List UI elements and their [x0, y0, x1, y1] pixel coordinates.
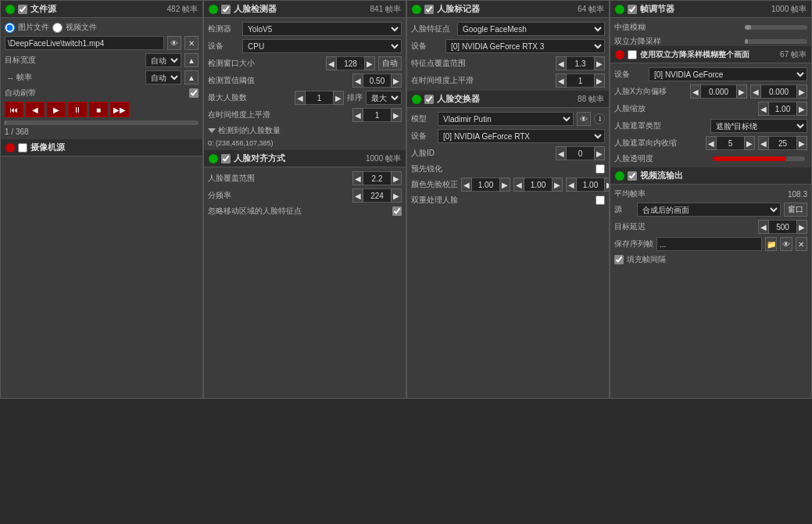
stop-btn[interactable]: ■: [89, 102, 108, 117]
face-marker-power-btn[interactable]: [412, 5, 421, 14]
smooth-up[interactable]: ▶: [391, 108, 402, 122]
face-detector-enable-check[interactable]: [221, 5, 231, 14]
ex-device-select[interactable]: [0] NVIDIA GeForce RTX: [438, 129, 605, 143]
color-v2-input[interactable]: [524, 178, 552, 192]
stream-power-btn[interactable]: [615, 171, 624, 181]
face-scale-input[interactable]: [769, 102, 796, 116]
color-v3-input[interactable]: [577, 178, 604, 192]
subsample-up[interactable]: ▶: [391, 188, 402, 203]
rewind-btn[interactable]: ◀: [26, 102, 45, 117]
marker-smooth-down[interactable]: ◀: [556, 74, 567, 88]
color-v3-down[interactable]: ◀: [566, 178, 577, 192]
file-source-enable-check[interactable]: [18, 5, 27, 14]
smooth-input[interactable]: [363, 108, 391, 122]
face-marker-enable-check[interactable]: [424, 5, 434, 14]
feature-range-up[interactable]: ▶: [594, 56, 605, 70]
inward-v2-down[interactable]: ◀: [758, 136, 769, 150]
frame-adjuster-power-btn[interactable]: [615, 5, 624, 14]
face-id-down[interactable]: ◀: [556, 146, 567, 160]
model-info-btn[interactable]: ℹ: [594, 113, 605, 124]
fa-device-select[interactable]: [0] NVIDIA GeForce: [649, 67, 807, 81]
median-slider[interactable]: [745, 25, 807, 30]
model-eye-btn[interactable]: 👁: [577, 112, 591, 126]
file-path-input[interactable]: [5, 36, 164, 50]
feature-range-down[interactable]: ◀: [556, 56, 567, 70]
threshold-down[interactable]: ◀: [352, 74, 363, 88]
color-v1-up[interactable]: ▶: [499, 178, 510, 192]
window-size-auto-btn[interactable]: 自动: [378, 56, 402, 70]
file-source-power-btn[interactable]: [5, 5, 15, 14]
color-v1-input[interactable]: [472, 178, 499, 192]
y-offset-down[interactable]: ◀: [750, 84, 761, 99]
subsample-input[interactable]: [363, 188, 391, 203]
detector-select[interactable]: YoloV5: [242, 22, 402, 36]
inward-v1-up[interactable]: ▶: [744, 136, 755, 150]
ignore-moving-check[interactable]: [392, 206, 402, 216]
delay-input[interactable]: [769, 220, 796, 234]
face-id-input[interactable]: [567, 146, 594, 160]
y-offset-up[interactable]: ▶: [796, 84, 807, 99]
save-close-btn[interactable]: ✕: [796, 237, 807, 251]
fill-frames-check[interactable]: [614, 255, 624, 264]
auto-reload-check[interactable]: [189, 88, 199, 98]
face-detector-power-btn[interactable]: [209, 5, 218, 14]
smooth-down[interactable]: ◀: [352, 108, 363, 122]
subsample-down[interactable]: ◀: [352, 188, 363, 203]
window-size-input[interactable]: [337, 56, 364, 70]
marker-smooth-input[interactable]: [567, 74, 594, 88]
window-btn[interactable]: 窗口: [784, 203, 807, 217]
align-enable-check[interactable]: [221, 154, 231, 163]
face-scale-up[interactable]: ▶: [796, 102, 807, 116]
exchanger-power-btn[interactable]: [412, 95, 421, 104]
save-folder-btn[interactable]: 📁: [765, 237, 777, 251]
coverage-up[interactable]: ▶: [391, 171, 402, 185]
marker-device-select[interactable]: [0] NVIDIA GeForce RTX 3: [445, 39, 605, 53]
coverage-input[interactable]: [363, 171, 391, 185]
fps-select[interactable]: 自动: [145, 70, 181, 84]
skip-back-btn[interactable]: ⏮: [5, 102, 23, 117]
window-size-up[interactable]: ▶: [364, 56, 375, 70]
max-faces-down[interactable]: ◀: [295, 91, 306, 105]
pause-btn[interactable]: ⏸: [68, 102, 87, 117]
max-faces-up[interactable]: ▶: [333, 91, 344, 105]
bilateral-slider[interactable]: [745, 39, 807, 44]
face-id-up[interactable]: ▶: [594, 146, 605, 160]
subsample-power-btn[interactable]: [615, 50, 624, 59]
inward-v2-input[interactable]: [769, 136, 796, 150]
x-offset-input[interactable]: [701, 84, 736, 99]
landmark-select[interactable]: Google FaceMesh: [457, 22, 605, 36]
x-offset-up[interactable]: ▶: [736, 84, 747, 99]
window-size-down[interactable]: ◀: [326, 56, 337, 70]
camera-enable-check[interactable]: [18, 143, 27, 153]
color-v2-up[interactable]: ▶: [552, 178, 563, 192]
inward-v2-up[interactable]: ▶: [796, 136, 807, 150]
x-offset-down[interactable]: ◀: [690, 84, 701, 99]
subsample-enable-check[interactable]: [628, 50, 637, 59]
exchanger-enable-check[interactable]: [424, 95, 434, 104]
dual-process-check[interactable]: [596, 196, 605, 205]
align-power-btn[interactable]: [209, 154, 218, 163]
device-select[interactable]: CPU: [242, 39, 402, 53]
color-v3-up[interactable]: ▶: [604, 178, 609, 192]
fps-step[interactable]: ▲: [184, 70, 199, 84]
save-eye-btn[interactable]: 👁: [780, 237, 792, 251]
marker-smooth-up[interactable]: ▶: [594, 74, 605, 88]
stream-enable-check[interactable]: [628, 171, 637, 181]
face-scale-down[interactable]: ◀: [758, 102, 769, 116]
eye-btn[interactable]: 👁: [167, 36, 181, 50]
image-file-radio[interactable]: [5, 23, 15, 33]
source-select[interactable]: 合成后的画面: [637, 203, 781, 217]
threshold-up[interactable]: ▶: [391, 74, 402, 88]
delay-down[interactable]: ◀: [758, 220, 769, 234]
threshold-input[interactable]: [363, 74, 391, 88]
forward-btn[interactable]: ▶▶: [110, 102, 129, 117]
progress-slider[interactable]: [5, 120, 199, 125]
y-offset-input[interactable]: [761, 84, 796, 99]
play-btn[interactable]: ▶: [47, 102, 66, 117]
target-width-select[interactable]: 自动: [145, 53, 181, 67]
color-v1-down[interactable]: ◀: [461, 178, 472, 192]
coverage-down[interactable]: ◀: [352, 171, 363, 185]
pre-sharpen-check[interactable]: [596, 164, 605, 174]
max-faces-input[interactable]: [306, 91, 333, 105]
close-file-btn[interactable]: ✕: [184, 36, 199, 50]
